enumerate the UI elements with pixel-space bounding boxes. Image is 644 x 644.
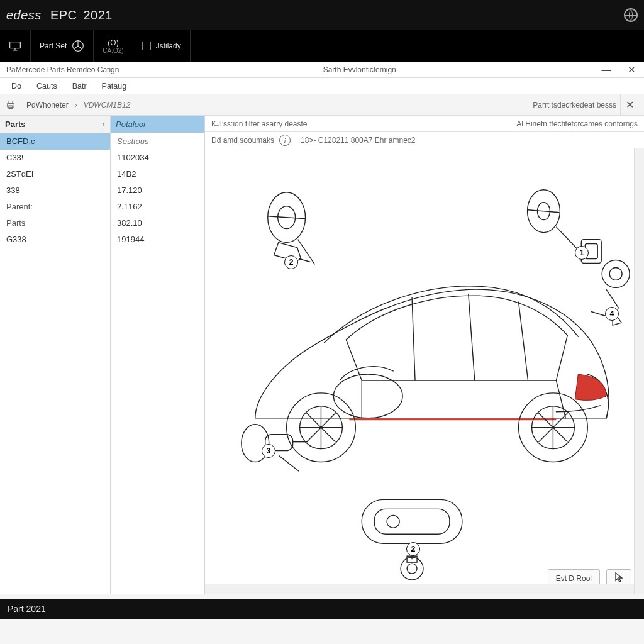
main-toolbar: Part Set (O) CA.O2) Jstilady [0, 30, 644, 62]
monitor-icon [9, 40, 21, 52]
toolbar-monitor-button[interactable] [0, 30, 31, 62]
list-item[interactable]: BCFD.c [0, 133, 110, 150]
parts-column-title: Parts [5, 119, 26, 129]
list-item[interactable]: 338 [0, 182, 110, 199]
toolbar-catalog-sublabel: CA.O2) [103, 47, 123, 54]
diagram-subheader: Dd amd sooumaks i 18>- C128211 800A7 Ehr… [205, 132, 644, 148]
brand-text: edess [6, 8, 50, 23]
parts-tree-column: Parts › BCFD.c C33! 2STdEI 338 Parent: P… [0, 116, 111, 594]
svg-point-25 [609, 267, 622, 280]
product-name: EPC [50, 8, 84, 23]
toolbar-check-label: Jstilady [156, 42, 181, 50]
diagram-action-label: Evt D Rool [556, 574, 592, 583]
callout-4[interactable]: 4 [605, 307, 619, 321]
chevron-right-icon: › [74, 101, 79, 109]
horizontal-scrollbar[interactable] [205, 584, 634, 594]
list-item: Parts [0, 215, 110, 231]
callout-1[interactable]: 1 [575, 246, 589, 260]
menu-item[interactable]: Pataug [96, 80, 133, 92]
vertical-scrollbar[interactable] [634, 148, 644, 594]
parts-column-header[interactable]: Parts › [0, 116, 110, 133]
breadcrumb-item[interactable]: PdWhoneter [21, 101, 74, 109]
numbers-list: Sesttous 1102034 14B2 17.120 2.1162 382.… [111, 133, 204, 248]
diagram-panel: KJl’ss:ion filter asarry deaste Al Hinet… [205, 116, 644, 594]
globe-icon[interactable] [624, 8, 638, 22]
window-titlebar: PaMercede Parts Remdeo Catign Sarth Evvl… [0, 62, 644, 78]
breadcrumb-close-button[interactable]: ✕ [620, 94, 639, 115]
numbers-column-header[interactable]: Potaloor [111, 116, 204, 133]
callout-2b[interactable]: 2 [406, 542, 420, 556]
toolbar-catalog-label: (O) [108, 38, 118, 47]
list-item[interactable]: C33! [0, 150, 110, 166]
svg-line-36 [606, 289, 619, 308]
taskbar: Part 2021 [0, 599, 644, 619]
svg-rect-28 [362, 499, 462, 543]
diagram-title: KJl’ss:ion filter asarry deaste [211, 119, 308, 128]
checkbox-icon [142, 42, 151, 50]
svg-line-37 [279, 456, 299, 472]
info-icon[interactable]: i [279, 135, 291, 146]
numbers-column-title: Potaloor [116, 119, 146, 129]
toolbar-partset-button[interactable]: Part Set [31, 30, 94, 62]
list-item[interactable]: G338 [0, 231, 110, 248]
main-split: Parts › BCFD.c C33! 2STdEI 338 Parent: P… [0, 116, 644, 594]
menu-item[interactable]: Batr [66, 80, 93, 92]
menu-item[interactable]: Do [5, 80, 28, 92]
list-item[interactable]: 382.10 [111, 215, 204, 231]
mercedes-star-icon [72, 40, 84, 52]
diagram-header: KJl’ss:ion filter asarry deaste Al Hinet… [205, 116, 644, 132]
callout-3[interactable]: 3 [262, 444, 275, 458]
svg-point-32 [407, 564, 417, 574]
chevron-right-icon: › [103, 120, 105, 129]
list-item: Parent: [0, 199, 110, 215]
vin-text: VDWCM1B12 [79, 101, 136, 109]
parts-list: BCFD.c C33! 2STdEI 338 Parent: Parts G33… [0, 133, 110, 248]
svg-point-30 [387, 515, 399, 528]
svg-rect-0 [10, 42, 21, 48]
svg-point-24 [602, 260, 630, 287]
window-close-button[interactable]: ✕ [619, 62, 644, 78]
app-bar: edess EPC 2021 [0, 0, 644, 30]
diagram-right-sub: 18>- C128211 800A7 Ehr amnec2 [301, 136, 415, 145]
list-item[interactable]: 1102034 [111, 150, 204, 166]
svg-point-31 [401, 557, 423, 580]
breadcrumb-right-text: Parrt tsdecrkedeat besss [533, 101, 620, 109]
list-item[interactable]: 14B2 [111, 166, 204, 182]
menu-item[interactable]: Cauts [30, 80, 64, 92]
toolbar-check-button[interactable]: Jstilady [133, 30, 191, 62]
breadcrumb-bar: PdWhoneter › VDWCM1B12 Parrt tsdecrkedea… [0, 94, 644, 116]
list-item[interactable]: 17.120 [111, 182, 204, 199]
printer-icon[interactable] [5, 100, 16, 110]
car-illustration [205, 148, 644, 587]
list-item[interactable]: 2STdEI [0, 166, 110, 182]
taskbar-text: Part 2021 [8, 604, 46, 614]
toolbar-catalog-button[interactable]: (O) CA.O2) [94, 30, 133, 62]
window-title-center: Sarth Evvlonfictemign [125, 65, 594, 74]
list-item[interactable]: Sesttous [111, 133, 204, 150]
cursor-icon [614, 572, 623, 584]
diagram-canvas[interactable]: 2 1 4 3 2 Evt D Rool [205, 148, 644, 594]
svg-rect-29 [374, 509, 450, 534]
list-item[interactable]: 2.1162 [111, 199, 204, 215]
svg-rect-3 [9, 101, 13, 103]
numbers-column: Potaloor Sesttous 1102034 14B2 17.120 2.… [111, 116, 205, 594]
diagram-sub-label: Dd amd sooumaks [211, 136, 274, 145]
window-title-left: PaMercede Parts Remdeo Catign [0, 65, 125, 74]
diagram-right-top: Al Hinetn ttectitetorcames contorngs [516, 119, 638, 128]
list-item[interactable]: 191944 [111, 231, 204, 248]
svg-rect-2 [8, 103, 14, 107]
menu-bar: Do Cauts Batr Pataug [0, 78, 644, 94]
product-year: 2021 [84, 8, 113, 23]
callout-2a[interactable]: 2 [284, 255, 298, 269]
toolbar-partset-label: Part Set [40, 42, 67, 50]
window-minimize-button[interactable]: — [594, 62, 619, 78]
